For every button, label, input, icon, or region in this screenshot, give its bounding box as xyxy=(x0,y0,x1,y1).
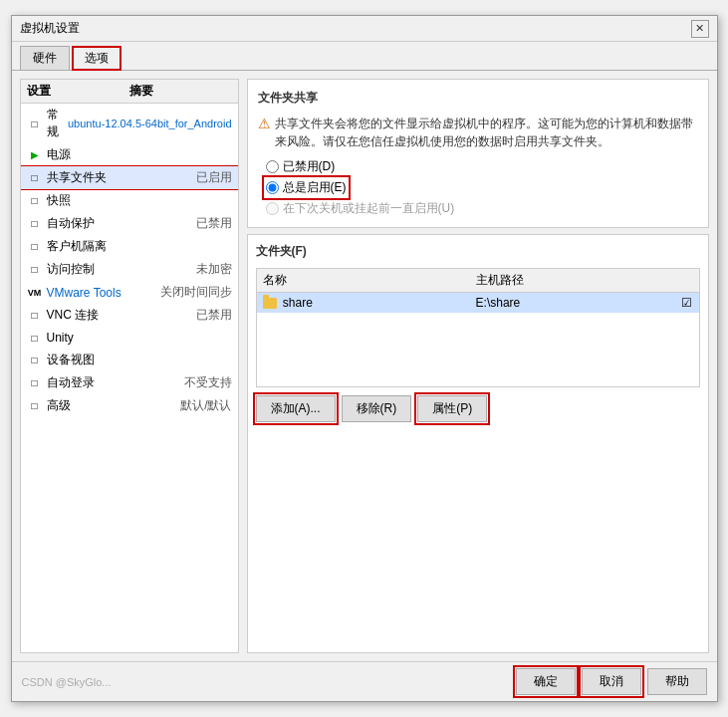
properties-button[interactable]: 属性(P) xyxy=(417,395,487,422)
warning-icon: ⚠ xyxy=(258,116,271,131)
sidebar-item-general[interactable]: □ 常规 ubuntu-12.04.5-64bit_for_Android xyxy=(21,104,238,143)
left-panel: 设置 摘要 □ 常规 ubuntu-12.04.5-64bit_for_Andr… xyxy=(20,79,239,653)
advanced-icon: □ xyxy=(27,398,43,414)
col-check-header xyxy=(675,269,699,293)
warning-row: ⚠ 共享文件夹会将您的文件显示给虚拟机中的程序。这可能为您的计算机和数据带来风险… xyxy=(258,115,698,150)
shared-folders-icon: □ xyxy=(27,170,43,186)
access-control-icon: □ xyxy=(27,262,43,278)
power-icon: ▶ xyxy=(27,147,43,163)
sidebar-label-advanced: 高级 xyxy=(47,397,181,414)
sidebar-status-access-control: 未加密 xyxy=(196,261,232,278)
sidebar-item-vmware-tools[interactable]: VM VMware Tools 关闭时间同步 xyxy=(21,281,238,304)
sidebar-item-shared-folders[interactable]: □ 共享文件夹 已启用 xyxy=(21,166,238,189)
radio-always-label: 总是启用(E) xyxy=(283,179,347,196)
device-view-icon: □ xyxy=(27,353,43,368)
row-path: E:\share xyxy=(470,293,675,314)
sidebar-item-autoprotect[interactable]: □ 自动保护 已禁用 xyxy=(21,212,238,235)
folder-section-title: 文件夹(F) xyxy=(256,243,700,260)
sidebar-label-access-control: 访问控制 xyxy=(47,261,196,278)
radio-always-on[interactable]: 总是启用(E) xyxy=(266,179,347,196)
row-name: share xyxy=(257,293,470,314)
sidebar-item-power[interactable]: ▶ 电源 xyxy=(21,143,238,166)
col-name-header: 名称 xyxy=(257,269,470,293)
vnc-icon: □ xyxy=(27,308,43,324)
left-panel-header: 设置 摘要 xyxy=(21,80,238,104)
radio-disabled[interactable]: 已禁用(D) xyxy=(266,158,698,175)
folder-table-container: 名称 主机路径 share E:\share xyxy=(256,268,700,387)
cancel-button[interactable]: 取消 xyxy=(582,668,641,695)
sidebar-status-vnc: 已禁用 xyxy=(196,307,232,324)
tabs-bar: 硬件 选项 xyxy=(12,42,717,71)
sidebar-status-auto-login: 不受支持 xyxy=(184,374,232,391)
help-button[interactable]: 帮助 xyxy=(647,668,707,695)
radio-group: 已禁用(D) 总是启用(E) 在下次关机或挂起前一直启用(U) xyxy=(266,158,698,217)
vmware-tools-icon: VM xyxy=(27,285,43,301)
sidebar-label-device-view: 设备视图 xyxy=(47,352,232,368)
bottom-bar: CSDN @SkyGlo... 确定 取消 帮助 xyxy=(12,661,717,701)
folder-table: 名称 主机路径 share E:\share xyxy=(257,269,699,313)
general-icon: □ xyxy=(27,116,43,131)
sidebar-item-guest-isolation[interactable]: □ 客户机隔离 xyxy=(21,235,238,258)
sidebar-item-device-view[interactable]: □ 设备视图 xyxy=(21,349,238,371)
guest-isolation-icon: □ xyxy=(27,239,43,255)
table-row[interactable]: share E:\share ☑ xyxy=(257,293,699,314)
tab-hardware[interactable]: 硬件 xyxy=(20,46,70,70)
sidebar-label-vnc: VNC 连接 xyxy=(47,307,196,324)
radio-until-label: 在下次关机或挂起前一直启用(U) xyxy=(283,200,455,217)
tab-options[interactable]: 选项 xyxy=(72,46,121,71)
remove-button[interactable]: 移除(R) xyxy=(342,395,412,422)
col-summary: 摘要 xyxy=(129,83,232,100)
sidebar-item-snapshots[interactable]: □ 快照 xyxy=(21,189,238,212)
right-panel: 文件夹共享 ⚠ 共享文件夹会将您的文件显示给虚拟机中的程序。这可能为您的计算机和… xyxy=(247,79,709,653)
sidebar-label-shared-folders: 共享文件夹 xyxy=(47,169,196,186)
sidebar-label-power: 电源 xyxy=(47,146,232,163)
auto-login-icon: □ xyxy=(27,375,43,391)
folder-icon xyxy=(263,298,277,309)
ok-button[interactable]: 确定 xyxy=(516,668,576,695)
sidebar-label-vmware-tools: VMware Tools xyxy=(47,286,160,300)
sidebar-label-guest-isolation: 客户机隔离 xyxy=(47,238,232,255)
title-bar: 虚拟机设置 ✕ xyxy=(12,16,717,42)
watermark: CSDN @SkyGlo... xyxy=(22,676,112,688)
folder-buttons: 添加(A)... 移除(R) 属性(P) xyxy=(256,395,700,422)
sidebar-label-general: 常规 xyxy=(47,107,68,140)
sidebar-item-advanced[interactable]: □ 高级 默认/默认 xyxy=(21,394,238,417)
col-path-header: 主机路径 xyxy=(470,269,675,293)
shared-folder-section: 文件夹共享 ⚠ 共享文件夹会将您的文件显示给虚拟机中的程序。这可能为您的计算机和… xyxy=(247,79,709,228)
sidebar-label-autoprotect: 自动保护 xyxy=(47,215,196,232)
sidebar-item-access-control[interactable]: □ 访问控制 未加密 xyxy=(21,258,238,281)
dialog-title: 虚拟机设置 xyxy=(20,20,80,37)
sidebar-item-unity[interactable]: □ Unity xyxy=(21,327,238,349)
snapshots-icon: □ xyxy=(27,193,43,209)
autoprotect-icon: □ xyxy=(27,216,43,232)
sidebar-label-unity: Unity xyxy=(47,331,232,345)
add-button[interactable]: 添加(A)... xyxy=(256,395,336,422)
sidebar-label-auto-login: 自动登录 xyxy=(47,374,184,391)
sidebar-status-advanced: 默认/默认 xyxy=(180,397,231,414)
folder-section: 文件夹(F) 名称 主机路径 xyxy=(247,234,709,653)
dialog: 虚拟机设置 ✕ 硬件 选项 设置 摘要 □ 常规 ubuntu-12.04.5-… xyxy=(11,15,718,702)
content-area: 设置 摘要 □ 常规 ubuntu-12.04.5-64bit_for_Andr… xyxy=(12,71,717,661)
warning-text: 共享文件夹会将您的文件显示给虚拟机中的程序。这可能为您的计算机和数据带来风险。请… xyxy=(275,115,698,150)
sidebar-status-autoprotect: 已禁用 xyxy=(196,215,232,232)
shared-folder-title: 文件夹共享 xyxy=(258,90,698,107)
sidebar-label-snapshots: 快照 xyxy=(47,192,232,209)
check-icon: ☑ xyxy=(681,296,692,310)
sidebar-status-shared-folders: 已启用 xyxy=(196,169,232,186)
col-setting: 设置 xyxy=(27,83,129,100)
close-button[interactable]: ✕ xyxy=(691,20,709,38)
sidebar-status-vmware-tools: 关闭时间同步 xyxy=(160,284,232,301)
radio-disabled-label: 已禁用(D) xyxy=(283,158,336,175)
sidebar-item-auto-login[interactable]: □ 自动登录 不受支持 xyxy=(21,371,238,394)
unity-icon: □ xyxy=(27,330,43,346)
sidebar-status-general: ubuntu-12.04.5-64bit_for_Android xyxy=(68,118,232,129)
sidebar-item-vnc[interactable]: □ VNC 连接 已禁用 xyxy=(21,304,238,327)
radio-until-poweroff: 在下次关机或挂起前一直启用(U) xyxy=(266,200,698,217)
row-check: ☑ xyxy=(675,293,699,314)
